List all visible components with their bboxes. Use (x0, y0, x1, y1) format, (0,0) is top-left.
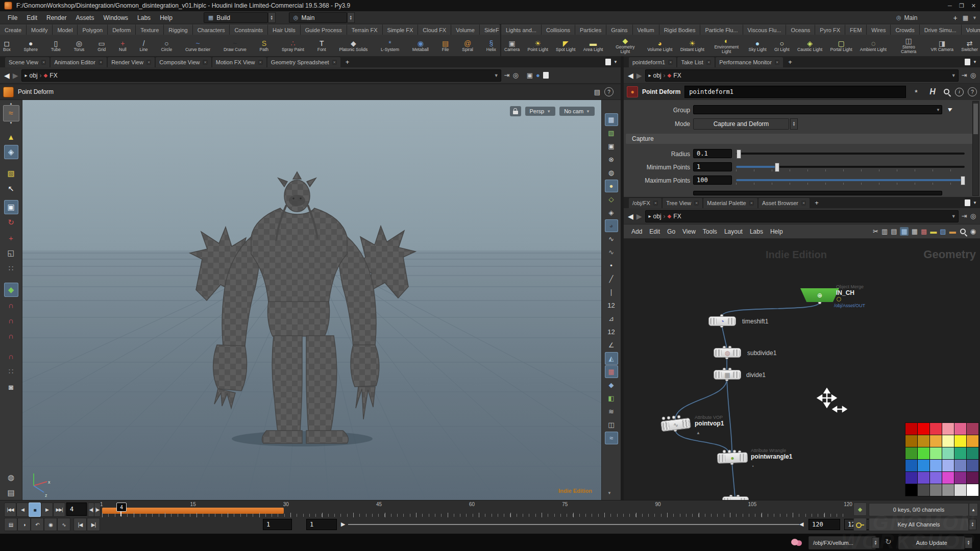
menu-item[interactable]: Assets (71, 14, 99, 21)
pane-tab[interactable]: pointdeform1× (629, 57, 676, 67)
shade-diamond-icon[interactable]: ◆ (605, 379, 618, 391)
projection-selector[interactable]: Persp▼ (525, 107, 556, 116)
mode-dropdown[interactable]: Capture and Deform (693, 118, 789, 130)
grid-icon[interactable]: ▭Grid (96, 39, 107, 52)
pane-maximize-icon[interactable] (605, 59, 611, 65)
playhead-line[interactable] (120, 511, 121, 516)
tab-close-icon[interactable]: × (694, 201, 699, 206)
update-mode-spinner[interactable]: ▲▼ (965, 537, 972, 548)
shelf-tab[interactable]: Simple FX (383, 24, 419, 35)
menu-item[interactable]: Labs (133, 14, 155, 21)
next-key-button[interactable]: ▶| (87, 518, 100, 531)
chevron-down-icon[interactable]: ▼ (936, 108, 940, 112)
stereo-camera-icon[interactable]: ◫Stereo Camera (893, 37, 924, 54)
menu-item[interactable]: Windows (99, 14, 133, 21)
menu-overflow-icon[interactable]: ▼ (972, 15, 977, 20)
playhead-flag[interactable]: 4 (116, 503, 127, 512)
sticky-note-icon[interactable]: ▬ (930, 228, 937, 235)
pane-menu-icon[interactable]: ▼ (973, 201, 977, 205)
houdini-logo-icon[interactable]: H (926, 87, 939, 96)
camera-selector[interactable]: No cam▼ (559, 107, 595, 116)
flag-icon[interactable]: ⊿ (605, 312, 618, 325)
palette-color[interactable] (942, 435, 954, 447)
pane-tab[interactable]: /obj/FX× (629, 198, 662, 208)
keys-status-button[interactable]: 0 keys, 0/0 channels (869, 503, 969, 516)
radial-menu-icon[interactable]: ◎ (970, 212, 976, 220)
select-objects-icon[interactable]: ▧ (4, 166, 18, 181)
playback-range-start-field[interactable]: 1 (306, 519, 337, 530)
tab-close-icon[interactable]: × (203, 60, 207, 65)
shelf-tab[interactable]: Volume (451, 24, 480, 35)
menu-item[interactable]: Labs (746, 228, 767, 235)
metaball-icon[interactable]: ◉Metaball (411, 39, 430, 52)
palette-color[interactable] (918, 423, 929, 435)
path-dropdown-icon[interactable]: ▼ (951, 73, 956, 78)
sky-light-icon[interactable]: ●Sky Light (748, 39, 768, 52)
shelf-tab[interactable]: SideFX Labs (480, 24, 499, 35)
back-arrow-icon[interactable]: ◀ (628, 212, 633, 220)
portal-light-icon[interactable]: ▢Portal Light (829, 39, 853, 52)
shelf-tab[interactable]: Model (53, 24, 78, 35)
record-icon[interactable]: ◉ (44, 518, 57, 531)
thumbnail-view-icon[interactable]: ▦ (912, 228, 918, 235)
view-fan-icon[interactable]: ◕ (605, 219, 618, 232)
torus-icon[interactable]: ◎Torus (73, 39, 86, 52)
breadcrumb-obj[interactable]: ▸obj (25, 72, 38, 79)
grid-view-icon[interactable]: ▦ (900, 227, 908, 236)
select-cursor-icon[interactable]: ↖ (4, 182, 18, 196)
shelf-tab[interactable]: Constraints (230, 24, 268, 35)
spray-paint-icon[interactable]: ∴Spray Paint (281, 39, 305, 52)
palette-color[interactable] (942, 447, 954, 459)
desktop-spinner[interactable]: ▲▼ (268, 12, 276, 23)
node-output-ring[interactable] (837, 297, 841, 302)
translate-tool-icon[interactable]: + (4, 231, 18, 245)
menu-item[interactable]: File (3, 14, 22, 21)
update-mode-dropdown[interactable]: Auto Update (898, 536, 965, 549)
playback-range-end-field[interactable]: 120 (808, 519, 840, 530)
playbar-options-icon[interactable]: ▤ (4, 518, 17, 531)
turntable-icon[interactable]: ◍ (4, 470, 18, 485)
lighting-icon[interactable]: ● (605, 180, 618, 192)
draw-curve-icon[interactable]: ~Draw Curve (223, 39, 248, 52)
key-all-spinner[interactable]: ▲▼ (969, 519, 976, 530)
palette-color[interactable] (918, 472, 929, 484)
overview-icon[interactable]: ◉ (970, 228, 976, 235)
play-reverse-button[interactable]: ◀ (16, 503, 29, 517)
shelf-tab[interactable]: Create (0, 24, 27, 35)
menu-item[interactable]: Layout (721, 228, 746, 235)
palette-color[interactable] (905, 423, 917, 435)
palette-color[interactable] (930, 472, 942, 484)
network-editor[interactable]: Indie Edition Geometry (624, 239, 980, 500)
tab-close-icon[interactable]: × (668, 60, 673, 65)
pane-tab[interactable]: Composite View× (156, 57, 211, 67)
shelf-tab[interactable]: Characters (193, 24, 230, 35)
shelf-tab[interactable]: Rigid Bodies (659, 24, 701, 35)
palette-color[interactable] (967, 460, 978, 471)
palette-color[interactable] (930, 460, 942, 471)
right-main-menu[interactable]: Main (904, 14, 918, 21)
menu-item[interactable]: Render (42, 14, 71, 21)
main-spinner[interactable]: ▲▼ (347, 12, 355, 23)
sphere-icon[interactable]: ●Sphere (22, 39, 38, 52)
view-grid-icon[interactable]: ▦ (605, 113, 618, 126)
menu-item[interactable]: Edit (646, 228, 664, 235)
pane-menu-icon[interactable]: ▼ (614, 60, 618, 64)
search-icon[interactable] (959, 228, 967, 236)
tab-close-icon[interactable]: × (749, 201, 754, 206)
realtime-toggle-icon[interactable]: ◑ (17, 518, 31, 531)
node-divide1[interactable]: ▦ (714, 370, 741, 380)
path-field[interactable]: ▸obj › ◆FX ▼ (645, 69, 959, 82)
close-button[interactable]: ✕ (971, 3, 976, 9)
radial-menu-icon[interactable]: ◎ (970, 71, 976, 79)
new-pane-tab-button[interactable]: + (784, 56, 796, 67)
tab-close-icon[interactable]: × (146, 60, 151, 65)
max-points-slider[interactable] (736, 179, 965, 181)
materials-icon[interactable]: ▧ (605, 127, 618, 139)
wind-icon[interactable]: ≋ (605, 405, 618, 418)
palette-color[interactable] (930, 484, 942, 496)
shelf-tab[interactable]: Collisions (542, 24, 575, 35)
camera-icon[interactable]: ▣Camera (503, 39, 521, 52)
pane-maximize-icon[interactable] (965, 59, 970, 65)
current-frame-field[interactable]: 4 (66, 503, 87, 516)
hook-icon[interactable]: ∿ (605, 233, 618, 245)
